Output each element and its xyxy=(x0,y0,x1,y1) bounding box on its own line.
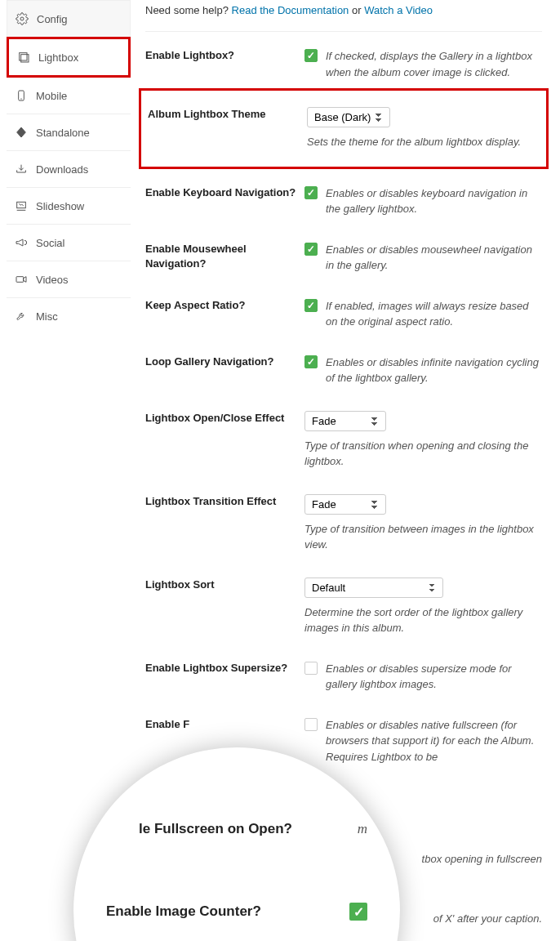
partial-text: tbox opening in fullscreen xyxy=(422,851,542,867)
setting-open-close-effect: Lightbox Open/Close Effect Fade Type of … xyxy=(145,395,542,478)
setting-desc: Determine the sort order of the lightbox… xyxy=(304,604,542,636)
theme-select[interactable]: Base (Dark) xyxy=(307,107,390,127)
setting-desc: Enables or disables native fullscreen (f… xyxy=(326,717,542,765)
sidebar-item-misc[interactable]: Misc xyxy=(7,298,131,334)
megaphone-icon xyxy=(15,236,28,249)
setting-desc: Sets the theme for the album lightbox di… xyxy=(307,134,540,150)
sidebar-item-label: Social xyxy=(36,237,64,249)
gear-icon xyxy=(16,12,29,25)
setting-label: Lightbox Open/Close Effect xyxy=(145,411,304,470)
diamond-icon xyxy=(15,126,28,139)
sidebar-item-slideshow[interactable]: Slideshow xyxy=(7,188,131,225)
sidebar-item-standalone[interactable]: Standalone xyxy=(7,114,131,151)
sidebar-item-label: Misc xyxy=(36,310,58,323)
sidebar-item-label: Config xyxy=(37,13,68,25)
sidebar-item-videos[interactable]: Videos xyxy=(7,261,131,298)
help-text: Need some help? Read the Documentation o… xyxy=(145,0,542,32)
fullscreen-checkbox[interactable] xyxy=(304,718,318,731)
sidebar-item-label: Videos xyxy=(36,274,69,286)
sidebar-item-label: Standalone xyxy=(36,127,90,139)
layers-icon xyxy=(17,51,30,64)
setting-label: Enable Keyboard Navigation? xyxy=(145,185,304,217)
mag-partial-right: m xyxy=(358,821,367,837)
setting-keyboard-nav: Enable Keyboard Navigation? Enables or d… xyxy=(145,169,542,225)
sidebar-item-lightbox[interactable]: Lightbox xyxy=(7,37,131,78)
keyboard-nav-checkbox[interactable] xyxy=(304,186,318,199)
video-icon xyxy=(15,273,28,286)
setting-transition-effect: Lightbox Transition Effect Fade Type of … xyxy=(145,478,542,561)
docs-link[interactable]: Read the Documentation xyxy=(232,4,349,16)
sidebar-item-social[interactable]: Social xyxy=(7,225,131,261)
setting-label: Enable Lightbox Supersize? xyxy=(145,661,304,693)
setting-desc: If enabled, images will always resize ba… xyxy=(326,298,542,330)
setting-loop-nav: Loop Gallery Navigation? Enables or disa… xyxy=(145,338,542,395)
setting-desc: Enables or disables mousewheel navigatio… xyxy=(326,242,542,274)
setting-label: Keep Aspect Ratio? xyxy=(145,298,304,330)
setting-label: Lightbox Sort xyxy=(145,578,304,636)
setting-label: Enable Mousewheel Navigation? xyxy=(145,242,304,274)
setting-album-theme: Album Lightbox Theme Base (Dark) Sets th… xyxy=(139,88,549,169)
mousewheel-nav-checkbox[interactable] xyxy=(304,243,318,256)
setting-lightbox-sort: Lightbox Sort Default Determine the sort… xyxy=(145,561,542,644)
setting-desc: Enables or disables keyboard navigation … xyxy=(326,185,542,217)
loop-nav-checkbox[interactable] xyxy=(304,355,318,368)
sidebar-item-mobile[interactable]: Mobile xyxy=(7,78,131,114)
settings-sidebar: Config Lightbox Mobile Standalone Downlo… xyxy=(0,0,131,941)
sidebar-item-config[interactable]: Config xyxy=(7,0,131,37)
setting-supersize: Enable Lightbox Supersize? Enables or di… xyxy=(145,644,542,701)
setting-desc: If checked, displays the Gallery in a li… xyxy=(326,48,542,80)
video-link[interactable]: Watch a Video xyxy=(364,4,433,16)
aspect-ratio-checkbox[interactable] xyxy=(304,299,318,312)
setting-desc: Enables or disables infinite navigation … xyxy=(326,355,542,386)
svg-rect-1 xyxy=(20,53,27,60)
open-close-select[interactable]: Fade xyxy=(304,411,386,431)
setting-label: Loop Gallery Navigation? xyxy=(145,355,304,386)
setting-desc: Type of transition when opening and clos… xyxy=(304,438,542,470)
svg-rect-2 xyxy=(21,55,29,62)
setting-label: Lightbox Transition Effect xyxy=(145,494,304,553)
setting-label: Enable Lightbox? xyxy=(145,48,304,80)
sidebar-item-label: Lightbox xyxy=(38,51,78,64)
enable-lightbox-checkbox[interactable] xyxy=(304,49,318,62)
mag-fullscreen-label: le Fullscreen on Open? xyxy=(139,821,292,837)
sidebar-item-downloads[interactable]: Downloads xyxy=(7,151,131,188)
mobile-icon xyxy=(15,89,28,102)
download-icon xyxy=(15,163,28,176)
svg-point-0 xyxy=(20,17,24,20)
setting-desc: Enables or disables supersize mode for g… xyxy=(326,661,542,693)
sidebar-item-label: Mobile xyxy=(36,90,67,102)
setting-enable-lightbox: Enable Lightbox? If checked, displays th… xyxy=(145,32,542,88)
sidebar-item-label: Slideshow xyxy=(36,200,84,212)
setting-label: Album Lightbox Theme xyxy=(148,107,307,150)
setting-aspect-ratio: Keep Aspect Ratio? If enabled, images wi… xyxy=(145,282,542,338)
sidebar-item-label: Downloads xyxy=(36,163,88,176)
supersize-checkbox[interactable] xyxy=(304,662,318,675)
transition-select[interactable]: Fade xyxy=(304,494,386,515)
wrench-icon xyxy=(15,310,28,323)
presentation-icon xyxy=(15,199,28,212)
sort-select[interactable]: Default xyxy=(304,578,443,598)
svg-rect-6 xyxy=(16,277,24,283)
setting-mousewheel-nav: Enable Mousewheel Navigation? Enables or… xyxy=(145,225,542,282)
mag-counter-label: Enable Image Counter? xyxy=(106,903,261,920)
partial-text: of X' after your caption. xyxy=(433,911,542,927)
image-counter-checkbox[interactable] xyxy=(349,903,367,921)
setting-desc: Type of transition between images in the… xyxy=(304,521,542,553)
